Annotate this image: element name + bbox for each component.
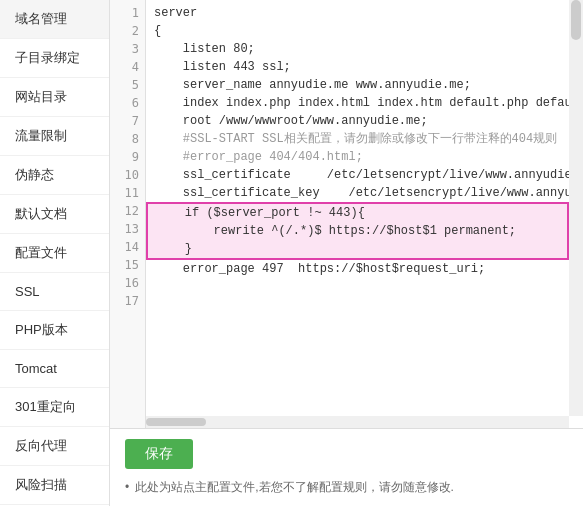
line-number: 3 [110, 40, 145, 58]
sidebar-item-subdir[interactable]: 子目录绑定 [0, 39, 109, 78]
v-scrollbar-thumb[interactable] [571, 0, 581, 40]
code-content[interactable]: server{ listen 80; listen 443 ssl; serve… [146, 0, 583, 428]
sidebar-item-traffic[interactable]: 流量限制 [0, 117, 109, 156]
line-number: 5 [110, 76, 145, 94]
sidebar-item-configfile[interactable]: 配置文件 [0, 234, 109, 273]
line-number: 10 [110, 166, 145, 184]
main-content: 1234567891011121314151617 server{ listen… [110, 0, 583, 506]
sidebar-item-pseudostatic[interactable]: 伪静态 [0, 156, 109, 195]
code-line: ssl_certificate_key /etc/letsencrypt/liv… [146, 184, 583, 202]
save-button[interactable]: 保存 [125, 439, 193, 469]
sidebar-item-defaultdoc[interactable]: 默认文档 [0, 195, 109, 234]
code-line: if ($server_port !~ 443){ [146, 202, 569, 222]
sidebar-item-sitelist[interactable]: 网站目录 [0, 78, 109, 117]
sidebar: 域名管理 子目录绑定 网站目录 流量限制 伪静态 默认文档 配置文件 SSL P… [0, 0, 110, 506]
sidebar-item-tomcat[interactable]: Tomcat [0, 350, 109, 388]
line-number: 8 [110, 130, 145, 148]
code-line: { [146, 22, 583, 40]
line-number: 17 [110, 292, 145, 310]
bottom-bar: 保存 • 此处为站点主配置文件,若您不了解配置规则，请勿随意修改. [110, 429, 583, 506]
sidebar-item-riskscan[interactable]: 风险扫描 [0, 466, 109, 505]
sidebar-item-label: PHP版本 [15, 321, 68, 339]
sidebar-item-label: Tomcat [15, 361, 57, 376]
line-number: 6 [110, 94, 145, 112]
sidebar-item-label: 域名管理 [15, 10, 67, 28]
notice-content: 此处为站点主配置文件,若您不了解配置规则，请勿随意修改. [135, 479, 454, 496]
code-line: server [146, 4, 583, 22]
vertical-scrollbar[interactable] [569, 0, 583, 416]
code-line: root /www/wwwroot/www.annyudie.me; [146, 112, 583, 130]
sidebar-item-label: 流量限制 [15, 127, 67, 145]
line-number: 9 [110, 148, 145, 166]
notice-text: • 此处为站点主配置文件,若您不了解配置规则，请勿随意修改. [125, 477, 568, 496]
code-editor[interactable]: 1234567891011121314151617 server{ listen… [110, 0, 583, 429]
code-line: index index.php index.html index.htm def… [146, 94, 583, 112]
line-number: 1 [110, 4, 145, 22]
sidebar-item-label: 301重定向 [15, 398, 76, 416]
sidebar-item-reverseproxy[interactable]: 反向代理 [0, 427, 109, 466]
sidebar-item-label: 子目录绑定 [15, 49, 80, 67]
sidebar-item-label: 风险扫描 [15, 476, 67, 494]
line-number: 16 [110, 274, 145, 292]
code-line: listen 443 ssl; [146, 58, 583, 76]
line-number: 2 [110, 22, 145, 40]
line-number: 11 [110, 184, 145, 202]
horizontal-scrollbar[interactable] [146, 416, 569, 428]
code-line: ssl_certificate /etc/letsencrypt/live/ww… [146, 166, 583, 184]
line-number: 13 [110, 220, 145, 238]
code-line: rewrite ^(/.*)$ https://$host$1 permanen… [146, 222, 569, 240]
line-number: 4 [110, 58, 145, 76]
code-line: #error_page 404/404.html; [146, 148, 583, 166]
notice-bullet: • [125, 480, 129, 494]
sidebar-item-phpver[interactable]: PHP版本 [0, 311, 109, 350]
code-line: server_name annyudie.me www.annyudie.me; [146, 76, 583, 94]
sidebar-item-label: 配置文件 [15, 244, 67, 262]
line-number: 12 [110, 202, 145, 220]
code-line: } [146, 240, 569, 260]
code-line: #SSL-START SSL相关配置，请勿删除或修改下一行带注释的404规则 [146, 130, 583, 148]
h-scrollbar-thumb[interactable] [146, 418, 206, 426]
sidebar-item-label: 网站目录 [15, 88, 67, 106]
code-line: error_page 497 https://$host$request_uri… [146, 260, 583, 278]
sidebar-item-label: 反向代理 [15, 437, 67, 455]
sidebar-item-ssl[interactable]: SSL [0, 273, 109, 311]
line-numbers: 1234567891011121314151617 [110, 0, 146, 428]
sidebar-item-label: 默认文档 [15, 205, 67, 223]
sidebar-item-label: 伪静态 [15, 166, 54, 184]
line-number: 14 [110, 238, 145, 256]
code-line: listen 80; [146, 40, 583, 58]
line-number: 7 [110, 112, 145, 130]
sidebar-item-redirect301[interactable]: 301重定向 [0, 388, 109, 427]
sidebar-item-label: SSL [15, 284, 40, 299]
line-number: 15 [110, 256, 145, 274]
sidebar-item-domain[interactable]: 域名管理 [0, 0, 109, 39]
